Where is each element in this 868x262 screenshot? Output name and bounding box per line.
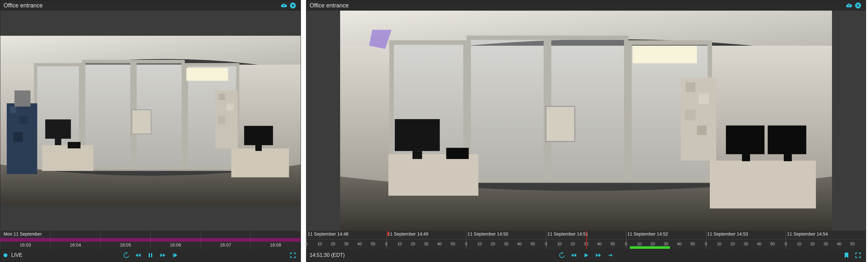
timeline-minor-tick: 50 xyxy=(530,241,535,246)
timeline-minor-tick: 50 xyxy=(850,241,855,246)
svg-rect-12 xyxy=(244,126,273,145)
timeline-minor-tick: 20 xyxy=(730,241,735,246)
svg-rect-16 xyxy=(10,107,17,113)
timeline-minor-tick: 30 xyxy=(424,241,429,246)
pause-icon[interactable] xyxy=(146,251,155,260)
svg-rect-37 xyxy=(768,125,806,154)
svg-rect-8 xyxy=(45,119,71,139)
fullscreen-icon[interactable] xyxy=(854,251,863,260)
svg-rect-33 xyxy=(412,151,422,159)
timeline-minor-tick: 40 xyxy=(597,241,601,246)
timeline-segment-label: 11 September 14:54 xyxy=(787,231,828,237)
timeline-minor-tick: 40 xyxy=(437,241,442,246)
timeline-minor-tick: 10 xyxy=(557,241,562,246)
video-area[interactable] xyxy=(0,11,301,231)
timeline-minor-tick: 40 xyxy=(517,241,522,246)
timeline-minor-tick: 0 xyxy=(465,241,467,246)
timeline-minor-tick: 20 xyxy=(810,241,815,246)
timeline-date-label: Mon 11 September xyxy=(2,231,43,237)
timeline-minor-tick: 10 xyxy=(317,241,322,246)
live-indicator-dot xyxy=(3,253,7,257)
fast-forward-icon[interactable] xyxy=(158,251,167,260)
titlebar: Office entrance xyxy=(306,0,866,11)
timeline-minor-tick: 50 xyxy=(690,241,695,246)
fullscreen-icon[interactable] xyxy=(288,251,298,260)
rewind-icon[interactable] xyxy=(134,251,143,260)
cloud-upload-icon[interactable] xyxy=(279,1,288,10)
svg-rect-23 xyxy=(132,110,151,134)
timeline-minor-tick: 0 xyxy=(305,241,307,246)
svg-rect-41 xyxy=(686,82,695,92)
playback-controls: 14:51:30 (EDT) xyxy=(306,249,866,262)
timeline-segment-label: 11 September 14:49 xyxy=(388,231,429,237)
svg-rect-34 xyxy=(446,148,469,159)
skip-forward-icon[interactable] xyxy=(170,251,179,260)
svg-rect-35 xyxy=(710,161,816,209)
timeline-minor-tick: 50 xyxy=(451,241,455,246)
timeline[interactable]: Mon 11 September 16:0316:0416:0516:0616:… xyxy=(0,231,301,249)
history-icon[interactable] xyxy=(122,251,130,260)
svg-rect-31 xyxy=(389,154,478,196)
svg-rect-30 xyxy=(633,46,697,63)
svg-rect-20 xyxy=(219,94,225,100)
video-frame xyxy=(0,36,301,206)
timeline-minor-tick: 10 xyxy=(637,241,641,246)
timeline-minor-tick: 20 xyxy=(331,241,335,246)
timeline-minor-tick: 20 xyxy=(570,241,575,246)
timeline-minor-tick: 20 xyxy=(410,241,415,246)
camera-pane-left: Office entrance xyxy=(0,0,301,262)
timeline-tick: 16:05 xyxy=(120,242,131,248)
timeline-tick: 16:06 xyxy=(170,242,181,248)
svg-rect-18 xyxy=(13,132,23,142)
timeline-segment-label: 11 September 14:52 xyxy=(627,231,668,237)
timeline-minor-tick: 10 xyxy=(397,241,402,246)
svg-rect-9 xyxy=(55,139,61,145)
fast-forward-icon[interactable] xyxy=(594,251,603,260)
timeline-minor-tick: 30 xyxy=(504,241,508,246)
cloud-upload-icon[interactable] xyxy=(844,1,854,10)
timeline-segment-label: 11 September 14:48 xyxy=(308,231,348,237)
timeline-minor-tick: 50 xyxy=(371,241,375,246)
timeline-minor-tick: 50 xyxy=(611,241,615,246)
svg-rect-10 xyxy=(68,142,81,148)
video-area[interactable] xyxy=(306,11,866,231)
svg-rect-38 xyxy=(742,154,750,161)
timeline-minor-tick: 0 xyxy=(545,241,547,246)
playback-time-label: 14:51:30 (EDT) xyxy=(310,252,345,258)
timeline-tick: 16:07 xyxy=(220,242,231,248)
timeline-minor-tick: 30 xyxy=(663,241,668,246)
svg-rect-17 xyxy=(20,116,28,124)
camera-title: Office entrance xyxy=(3,2,43,9)
timeline-minor-tick: 40 xyxy=(677,241,682,246)
svg-rect-7 xyxy=(42,145,94,171)
timeline-segment-label: 11 September 14:53 xyxy=(707,231,748,237)
play-icon[interactable] xyxy=(582,251,591,260)
camera-pane-right: Office entrance xyxy=(306,0,866,262)
close-icon[interactable] xyxy=(854,1,863,10)
timeline-segment-label: 11 September 14:50 xyxy=(467,231,508,237)
svg-rect-13 xyxy=(255,145,262,151)
svg-rect-27 xyxy=(469,38,546,180)
timeline-minor-tick: 20 xyxy=(650,241,655,246)
svg-rect-32 xyxy=(395,119,440,151)
camera-title: Office entrance xyxy=(310,2,349,9)
timeline-minor-tick: 0 xyxy=(705,241,707,246)
svg-rect-36 xyxy=(726,125,765,154)
svg-rect-43 xyxy=(685,110,696,120)
timeline-minor-tick: 20 xyxy=(491,241,495,246)
bookmark-icon[interactable] xyxy=(842,251,851,260)
svg-rect-6 xyxy=(186,68,228,81)
history-icon[interactable] xyxy=(557,251,566,260)
rewind-icon[interactable] xyxy=(569,251,578,260)
close-icon[interactable] xyxy=(288,1,298,10)
timeline-minor-tick: 30 xyxy=(823,241,828,246)
svg-rect-11 xyxy=(231,148,289,177)
timeline-minor-tick: 40 xyxy=(837,241,841,246)
timeline-minor-tick: 40 xyxy=(757,241,761,246)
skip-forward-icon[interactable] xyxy=(606,251,615,260)
timeline-minor-tick: 30 xyxy=(744,241,748,246)
svg-rect-39 xyxy=(784,154,792,161)
timeline[interactable]: 11 September 14:4811 September 14:4911 S… xyxy=(306,231,866,249)
timeline-minor-tick: 10 xyxy=(717,241,721,246)
svg-rect-22 xyxy=(218,116,226,124)
